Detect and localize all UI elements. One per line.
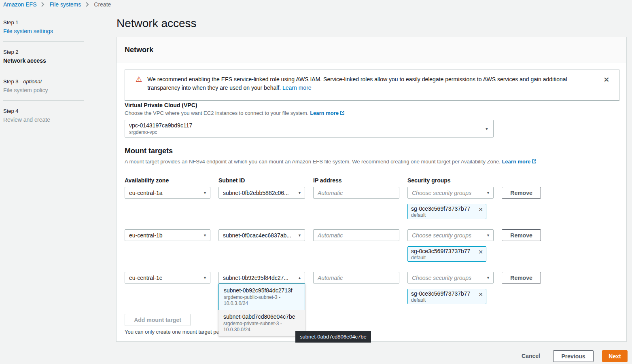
- close-icon[interactable]: ✕: [478, 249, 483, 255]
- chevron-down-icon: ▼: [203, 276, 207, 280]
- subnet-select-row-1[interactable]: subnet-0fb2ebb5882c06... ▼: [218, 187, 305, 199]
- chevron-down-icon: ▼: [486, 276, 490, 280]
- chevron-down-icon: ▼: [203, 191, 207, 195]
- divider: [3, 41, 84, 42]
- breadcrumb-file-systems[interactable]: File systems: [49, 1, 81, 8]
- security-groups-select-row-1[interactable]: Choose security groups ▼: [407, 187, 494, 199]
- chevron-up-icon: ▲: [298, 276, 301, 280]
- step-2-number: Step 2: [3, 49, 84, 55]
- security-group-chip-row-1: sg-0ce3c569f73737b77 default ✕: [407, 204, 486, 219]
- subnet-option-id: subnet-0abd7cd806e04c7be: [223, 313, 300, 321]
- subnet-option-sub: srgdemo-private-subnet-3 - 10.0.30.0/24: [223, 321, 300, 333]
- divider: [3, 100, 84, 101]
- security-group-name: default: [411, 212, 483, 218]
- az-select-row-3-value: eu-central-1c: [129, 275, 162, 281]
- close-icon[interactable]: ✕: [604, 76, 609, 83]
- security-group-id: sg-0ce3c569f73737b77: [411, 248, 483, 255]
- banner-text: We recommend enabling the EFS service-li…: [147, 75, 576, 92]
- vpc-description: Choose the VPC where you want EC2 instan…: [125, 110, 345, 116]
- subnet-select-row-3[interactable]: subnet-0b92c95f84dc27... ▲: [218, 272, 305, 284]
- step-4-number: Step 4: [3, 108, 84, 114]
- step-4: Step 4 Review and create: [3, 108, 84, 123]
- security-groups-select-row-2[interactable]: Choose security groups ▼: [407, 229, 494, 241]
- chevron-down-icon: ▼: [485, 127, 489, 131]
- divider: [3, 71, 84, 71]
- remove-button-row-2[interactable]: Remove: [502, 229, 541, 241]
- sidebar-item-file-system-policy: File system policy: [3, 87, 84, 93]
- vpc-selected-sub: srgdemo-vpc: [129, 129, 481, 135]
- column-header-security-groups: Security groups: [407, 177, 451, 184]
- vpc-selected-value: vpc-0143197ca9bd9c117: [129, 122, 481, 129]
- efs-create-wizard-page: Amazon EFS File systems Create Step 1 Fi…: [0, 0, 632, 364]
- az-select-row-1[interactable]: eu-central-1a ▼: [125, 187, 210, 199]
- step-2: Step 2 Network access: [3, 49, 84, 64]
- chevron-down-icon: ▼: [298, 191, 301, 195]
- vpc-label: Virtual Private Cloud (VPC): [125, 102, 197, 108]
- subnet-dropdown-list: subnet-0b92c95f84dc2713f srgdemo-public-…: [218, 284, 305, 336]
- step-1: Step 1 File system settings: [3, 19, 84, 34]
- remove-button-row-1[interactable]: Remove: [502, 187, 541, 199]
- subnet-select-row-2[interactable]: subnet-0f0cac4ec6837ab... ▼: [218, 229, 305, 241]
- cancel-button[interactable]: Cancel: [522, 353, 540, 359]
- step-3-number: Step 3 - optional: [3, 78, 84, 85]
- mount-targets-title: Mount targets: [125, 147, 173, 155]
- ip-address-input-row-1[interactable]: [313, 187, 399, 199]
- chevron-right-icon: [41, 2, 45, 7]
- chevron-down-icon: ▼: [203, 233, 207, 237]
- step-3: Step 3 - optional File system policy: [3, 78, 84, 93]
- breadcrumb: Amazon EFS File systems Create: [3, 1, 111, 8]
- network-panel-header: Network: [117, 37, 626, 63]
- security-group-chip-row-2: sg-0ce3c569f73737b77 default ✕: [407, 246, 486, 262]
- sidebar-item-review-and-create: Review and create: [3, 116, 84, 123]
- column-header-subnet-id: Subnet ID: [218, 177, 245, 184]
- security-groups-placeholder: Choose security groups: [412, 190, 471, 196]
- security-group-chip-row-3: sg-0ce3c569f73737b77 default ✕: [407, 289, 486, 304]
- close-icon[interactable]: ✕: [478, 291, 483, 298]
- subnet-option-1[interactable]: subnet-0b92c95f84dc2713f srgdemo-public-…: [218, 284, 305, 310]
- network-panel: Network ⚠ We recommend enabling the EFS …: [116, 37, 627, 342]
- warning-icon: ⚠: [136, 75, 142, 92]
- external-link-icon: [532, 159, 537, 165]
- subnet-select-row-1-value: subnet-0fb2ebb5882c06...: [223, 190, 289, 196]
- security-group-id: sg-0ce3c569f73737b77: [411, 205, 483, 212]
- chevron-down-icon: ▼: [486, 191, 490, 195]
- security-groups-select-row-3[interactable]: Choose security groups ▼: [407, 272, 494, 284]
- vpc-select[interactable]: vpc-0143197ca9bd9c117 srgdemo-vpc ▼: [125, 120, 494, 138]
- chevron-down-icon: ▼: [486, 233, 490, 237]
- az-select-row-3[interactable]: eu-central-1c ▼: [125, 272, 210, 284]
- sidebar-item-network-access: Network access: [3, 57, 84, 64]
- breadcrumb-amazon-efs[interactable]: Amazon EFS: [3, 1, 36, 8]
- security-group-name: default: [411, 255, 483, 260]
- ip-address-input-row-2[interactable]: [313, 229, 399, 241]
- column-header-availability-zone: Availability zone: [125, 177, 169, 184]
- az-select-row-2-value: eu-central-1b: [129, 232, 163, 239]
- subnet-option-id: subnet-0b92c95f84dc2713f: [224, 287, 300, 294]
- subnet-option-2[interactable]: subnet-0abd7cd806e04c7be srgdemo-private…: [218, 310, 305, 336]
- service-linked-role-banner: ⚠ We recommend enabling the EFS service-…: [125, 70, 619, 101]
- breadcrumb-create: Create: [94, 1, 111, 8]
- step-1-number: Step 1: [3, 19, 84, 25]
- close-icon[interactable]: ✕: [478, 206, 483, 213]
- subnet-tooltip: subnet-0abd7cd806e04c7be: [295, 331, 371, 343]
- subnet-select-row-2-value: subnet-0f0cac4ec6837ab...: [223, 232, 291, 239]
- az-select-row-1-value: eu-central-1a: [129, 190, 163, 196]
- vpc-learn-more-link[interactable]: Learn more: [310, 110, 339, 116]
- sidebar-item-file-system-settings[interactable]: File system settings: [3, 28, 84, 34]
- banner-learn-more-link[interactable]: Learn more: [282, 85, 312, 91]
- next-button[interactable]: Next: [602, 350, 628, 362]
- previous-button[interactable]: Previous: [553, 350, 594, 362]
- remove-button-row-3[interactable]: Remove: [502, 272, 541, 284]
- add-mount-target-button[interactable]: Add mount target: [125, 314, 191, 326]
- mount-targets-learn-more-link[interactable]: Learn more: [502, 159, 530, 165]
- wizard-steps-sidebar: Step 1 File system settings Step 2 Netwo…: [3, 19, 84, 123]
- ip-address-input-row-3[interactable]: [313, 272, 399, 284]
- chevron-right-icon: [86, 2, 89, 7]
- chevron-down-icon: ▼: [298, 233, 301, 237]
- security-groups-placeholder: Choose security groups: [412, 275, 471, 281]
- mount-targets-description: A mount target provides an NFSv4 endpoin…: [125, 159, 537, 165]
- az-select-row-2[interactable]: eu-central-1b ▼: [125, 229, 210, 241]
- security-group-name: default: [411, 297, 483, 303]
- page-title: Network access: [117, 17, 197, 30]
- subnet-option-sub: srgdemo-public-subnet-3 - 10.0.3.0/24: [224, 294, 300, 307]
- external-link-icon: [340, 110, 345, 116]
